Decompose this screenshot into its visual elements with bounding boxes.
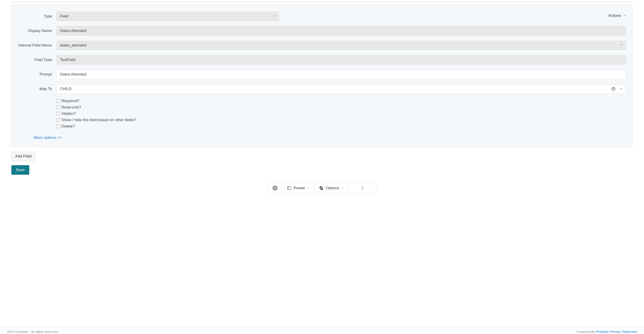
prompt-label: Prompt [18, 72, 56, 77]
display-name-label: Display Name [18, 28, 56, 33]
hand-drag-icon [611, 86, 616, 91]
gear-icon [319, 186, 324, 190]
showhide-label: Show / hide this field based on other fi… [62, 118, 136, 122]
hidden-label: Hidden? [62, 111, 76, 116]
map-to-label: Map To [18, 87, 56, 91]
options-dropdown[interactable]: Options [314, 183, 349, 193]
preset-dropdown[interactable]: Preset [282, 183, 314, 193]
type-label: Type [18, 14, 56, 18]
powered-by-text: Powered By [576, 330, 596, 334]
internal-name-select[interactable] [56, 41, 626, 50]
page-number-input[interactable]: 2 [349, 183, 376, 193]
field-type-label: Field Type [18, 58, 56, 62]
display-name-input[interactable] [56, 26, 626, 36]
preset-label: Preset [294, 186, 305, 190]
privacy-link[interactable]: Finalsite Privacy Statement [596, 330, 637, 334]
type-select[interactable] [56, 11, 279, 21]
more-options-link[interactable]: More options >> [34, 135, 62, 140]
checkbox-list: Required? Read-only? Hidden? Show / hide… [56, 99, 626, 129]
bottom-toolbar: Preset Options 2 [4, 183, 640, 194]
field-type-input[interactable] [56, 55, 626, 65]
delete-label: Delete? [62, 124, 75, 129]
hidden-checkbox[interactable] [56, 112, 60, 115]
chevron-down-icon [341, 187, 344, 189]
readonly-label: Read-only? [62, 105, 81, 110]
add-field-button[interactable]: Add Field [11, 152, 36, 161]
showhide-checkbox[interactable] [56, 118, 60, 122]
save-button[interactable]: Save [11, 165, 29, 175]
preset-icon [287, 186, 291, 190]
close-icon [272, 186, 278, 191]
svg-rect-2 [287, 187, 291, 190]
page-number-value: 2 [362, 186, 364, 190]
top-panel-border [11, 2, 633, 2]
readonly-checkbox[interactable] [56, 105, 60, 109]
delete-checkbox[interactable] [56, 125, 60, 128]
actions-dropdown[interactable]: Actions [608, 13, 626, 18]
internal-name-label: Internal Field Name [18, 43, 56, 48]
required-label: Required? [62, 99, 79, 103]
actions-label: Actions [608, 13, 621, 18]
close-toolbar-button[interactable] [268, 183, 282, 193]
map-to-select[interactable] [56, 84, 626, 94]
required-checkbox[interactable] [56, 99, 60, 103]
page-footer: 2024 Finalsite - all rights reserved Pow… [0, 328, 644, 334]
chevron-down-icon [623, 14, 626, 17]
options-label: Options [326, 186, 339, 190]
chevron-down-icon [307, 187, 310, 189]
prompt-input[interactable] [56, 70, 626, 79]
field-configuration-panel: Actions Type Display Name Internal Field… [11, 4, 633, 147]
copyright-text: 2024 Finalsite - all rights reserved [7, 330, 58, 334]
